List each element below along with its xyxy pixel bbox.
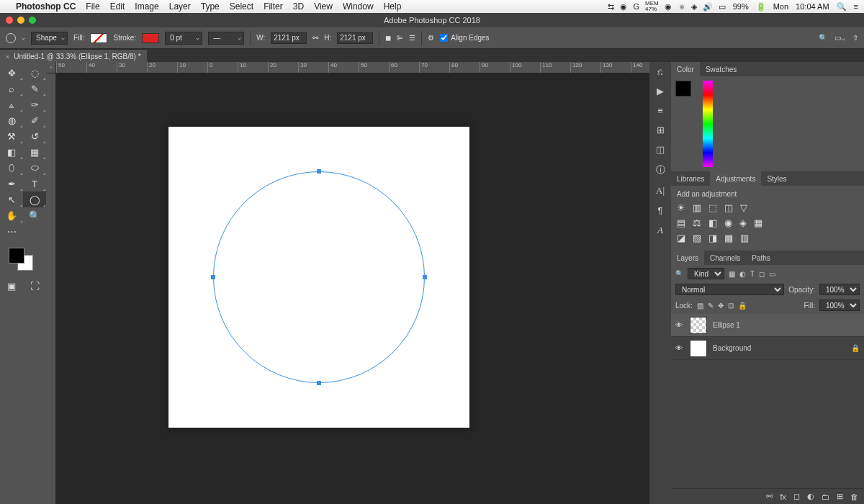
threshold-adjust-icon[interactable]: ◨ (708, 233, 717, 243)
hue-sat-adjust-icon[interactable]: ▤ (677, 217, 685, 228)
wifi-icon[interactable]: ◈ (691, 2, 697, 12)
zoom-tool[interactable]: 🔍 (23, 207, 46, 223)
menu-select[interactable]: Select (230, 1, 253, 12)
layer-name[interactable]: Background (713, 344, 751, 352)
height-input[interactable] (337, 32, 373, 44)
gradient-map-adjust-icon[interactable]: ▥ (740, 233, 749, 243)
ellipse-shape[interactable] (213, 171, 425, 383)
layer-name[interactable]: Ellipse 1 (713, 321, 740, 329)
layer-thumbnail[interactable] (690, 317, 707, 334)
brushes-panel-icon[interactable]: ≡ (657, 105, 663, 116)
glyphs-panel-icon[interactable]: A (657, 225, 663, 236)
edit-toolbar-button[interactable]: ⋯ (0, 223, 23, 239)
info-panel-icon[interactable]: ⓘ (656, 163, 665, 176)
lock-transparency-icon[interactable]: ▨ (697, 302, 703, 310)
menu-filter[interactable]: Filter (264, 1, 283, 12)
link-layers-icon[interactable]: ⚯ (766, 492, 773, 501)
tool-preset-chevron-icon[interactable]: ⌵ (22, 35, 25, 41)
path-arrangement-icon[interactable]: ☰ (409, 34, 415, 42)
channel-mixer-adjust-icon[interactable]: ◈ (739, 217, 747, 228)
document-canvas[interactable] (168, 127, 469, 428)
paths-tab[interactable]: Paths (746, 251, 776, 265)
document-tab[interactable]: × Untitled-1 @ 33.3% (Ellipse 1, RGB/8) … (0, 50, 147, 62)
align-edges-checkbox[interactable] (440, 34, 448, 42)
hand-tool[interactable]: ✋ (0, 207, 23, 223)
path-alignment-icon[interactable]: ⊫ (397, 34, 403, 42)
menu-image[interactable]: Image (135, 1, 158, 12)
layer-style-icon[interactable]: fx (780, 492, 786, 501)
crop-tool[interactable]: ⟁ (0, 96, 23, 112)
transform-handle-top[interactable] (317, 169, 321, 174)
opacity-select[interactable]: 100% (819, 284, 860, 295)
gear-icon[interactable]: ⚙ (428, 34, 434, 42)
filter-smart-icon[interactable]: ▭ (769, 270, 775, 278)
move-tool[interactable]: ✥ (0, 65, 23, 81)
close-window-button[interactable] (6, 17, 13, 24)
current-color-swatch[interactable] (675, 81, 691, 96)
blur-tool[interactable]: ⬯ (0, 160, 23, 176)
filter-pixel-icon[interactable]: ▦ (729, 270, 735, 278)
color-balance-adjust-icon[interactable]: ⚖ (693, 217, 701, 228)
vertical-ruler[interactable] (46, 73, 56, 504)
stroke-width-input[interactable]: 0 pt (165, 32, 202, 45)
search-icon[interactable]: 🔍 (819, 34, 827, 42)
delete-layer-icon[interactable]: 🗑 (850, 492, 858, 501)
transform-handle-bottom[interactable] (317, 381, 321, 385)
menu-type[interactable]: Type (201, 1, 220, 12)
ruler-origin[interactable]: × (46, 62, 56, 73)
clock-day[interactable]: Mon (773, 2, 788, 11)
gradient-tool[interactable]: ▦ (23, 144, 46, 160)
lock-pixels-icon[interactable]: ✎ (708, 302, 714, 310)
width-input[interactable] (271, 32, 307, 44)
close-tab-icon[interactable]: × (6, 53, 9, 60)
hue-slider[interactable] (703, 81, 713, 167)
horizontal-ruler[interactable]: 5040302010010203040506070809010011012013… (56, 62, 649, 73)
shape-mode-select[interactable]: Shape (31, 32, 68, 45)
lock-position-icon[interactable]: ✥ (718, 302, 724, 310)
eyedropper-tool[interactable]: ✑ (23, 96, 46, 112)
layer-thumbnail[interactable] (690, 340, 707, 357)
siri-icon[interactable]: ◉ (620, 2, 627, 12)
app-name[interactable]: Photoshop CC (16, 1, 76, 12)
bw-adjust-icon[interactable]: ◧ (708, 217, 717, 228)
healing-tool[interactable]: ◍ (0, 112, 23, 128)
brightness-adjust-icon[interactable]: ☀ (677, 202, 685, 213)
eraser-tool[interactable]: ◧ (0, 144, 23, 160)
levels-adjust-icon[interactable]: ▥ (693, 202, 701, 213)
filter-adjust-icon[interactable]: ◐ (739, 270, 746, 278)
invert-adjust-icon[interactable]: ◪ (677, 233, 685, 243)
path-select-tool[interactable]: ↖ (0, 192, 23, 207)
menu-edit[interactable]: Edit (110, 1, 125, 12)
layers-tab[interactable]: Layers (671, 251, 704, 265)
display-icon[interactable]: ▭ (719, 2, 726, 12)
character-styles-icon[interactable]: A| (656, 185, 665, 197)
brush-tool[interactable]: ✐ (23, 112, 46, 128)
paragraph-panel-icon[interactable]: ⊞ (657, 125, 665, 135)
quick-select-tool[interactable]: ✎ (23, 81, 46, 96)
channels-tab[interactable]: Channels (704, 251, 746, 265)
stroke-style-select[interactable]: — (208, 32, 244, 45)
new-layer-icon[interactable]: ⊞ (837, 492, 843, 501)
path-operations-icon[interactable]: ◼ (385, 34, 391, 42)
swatches-tab[interactable]: Swatches (700, 62, 742, 76)
layer-filter-select[interactable]: Kind (688, 268, 724, 279)
maximize-window-button[interactable] (29, 17, 36, 24)
artboard-tool[interactable]: ◌ (23, 65, 46, 81)
transform-handle-left[interactable] (211, 275, 215, 279)
paragraph-styles-icon[interactable]: ¶ (658, 205, 663, 216)
styles-tab[interactable]: Styles (761, 171, 792, 186)
transform-handle-right[interactable] (423, 275, 427, 279)
menu-window[interactable]: Window (343, 1, 374, 12)
layer-row[interactable]: 👁 Ellipse 1 (671, 314, 864, 337)
dodge-tool[interactable]: ⬭ (23, 160, 46, 176)
clone-stamp-tool[interactable]: ⚒ (0, 128, 23, 144)
selective-color-adjust-icon[interactable]: ▩ (724, 233, 733, 243)
new-adjustment-layer-icon[interactable]: ◐ (807, 492, 814, 501)
bluetooth-icon[interactable]: ⨳ (678, 2, 685, 11)
clock-time[interactable]: 10:04 AM (796, 2, 829, 11)
share-icon[interactable]: ⇧ (852, 34, 858, 42)
color-tab[interactable]: Color (671, 62, 700, 76)
vibrance-adjust-icon[interactable]: ▽ (740, 202, 747, 213)
filter-type-icon[interactable]: T (750, 270, 755, 278)
photo-filter-adjust-icon[interactable]: ◉ (724, 217, 732, 228)
